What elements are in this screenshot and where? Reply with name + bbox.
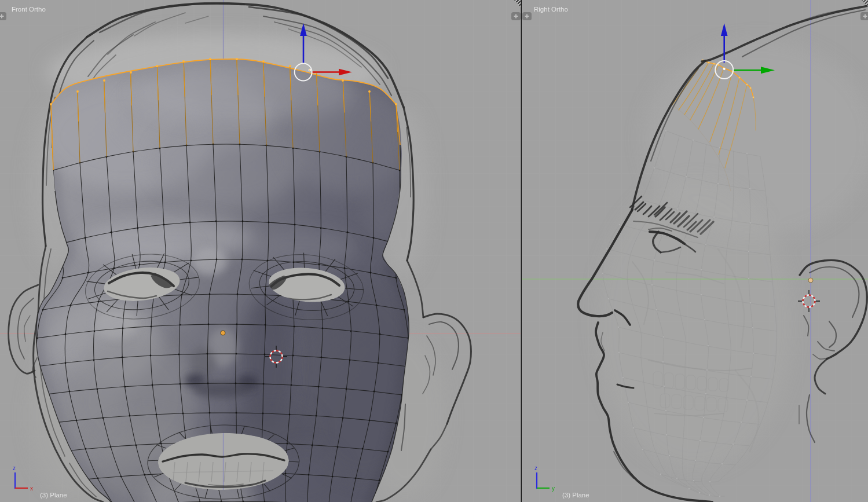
svg-text:Right Ortho: Right Ortho <box>534 6 568 13</box>
svg-text:y: y <box>552 485 555 492</box>
svg-text:z: z <box>13 465 16 471</box>
svg-text:x: x <box>30 485 33 492</box>
svg-text:(3) Plane: (3) Plane <box>562 492 589 499</box>
svg-text:(3) Plane: (3) Plane <box>40 492 67 499</box>
svg-text:z: z <box>534 465 537 471</box>
svg-text:Front Ortho: Front Ortho <box>12 6 46 13</box>
